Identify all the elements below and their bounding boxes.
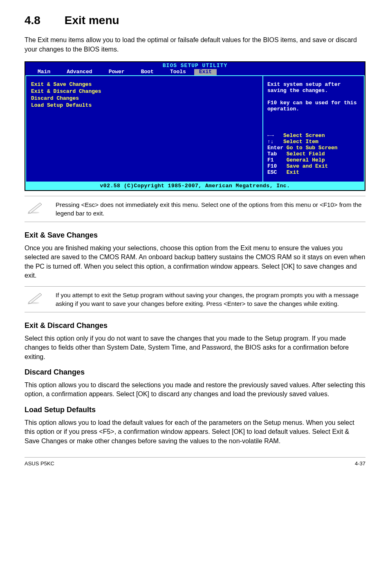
bios-tab-boot: Boot <box>133 69 162 75</box>
bios-footer: v02.58 (C)Copyright 1985-2007, American … <box>25 182 365 190</box>
page-title: 4.8 Exit menu <box>25 12 365 28</box>
legend-key: F1 <box>267 157 287 163</box>
bios-title: BIOS SETUP UTILITY <box>25 62 365 69</box>
bios-tab-main: Main <box>29 69 58 75</box>
subheading-discard-exit: Exit & Discard Changes <box>25 321 365 331</box>
subheading-discard: Discard Changes <box>25 367 365 377</box>
footer-right: 4-37 <box>355 460 365 467</box>
bios-body: Exit & Save Changes Exit & Discard Chang… <box>25 75 365 182</box>
footer-left: ASUS P5KC <box>25 460 54 467</box>
body-discard-exit: Select this option only if you do not wa… <box>25 334 365 361</box>
body-defaults: This option allows you to load the defau… <box>25 418 365 446</box>
legend-key: ↑↓ <box>267 139 283 145</box>
menu-item: Exit & Save Changes <box>31 82 258 88</box>
legend-desc: Select Field <box>287 151 325 157</box>
legend-key: Tab <box>267 151 287 157</box>
menu-item: Load Setup Defaults <box>31 103 258 109</box>
legend-key: Enter <box>267 145 283 151</box>
legend-key: ←→ <box>267 132 283 139</box>
pencil-note-icon <box>26 200 44 214</box>
bios-tab-exit: Exit <box>194 69 217 75</box>
bios-tab-tools: Tools <box>162 69 194 75</box>
legend-desc: Exit <box>287 169 299 175</box>
subheading-save: Exit & Save Changes <box>25 230 365 240</box>
bios-tab-advanced: Advanced <box>58 69 100 75</box>
legend-key: F10 <box>267 163 287 169</box>
section-name: Exit menu <box>65 14 119 27</box>
page-footer: ASUS P5KC 4-37 <box>25 457 365 467</box>
note-block: If you attempt to exit the Setup program… <box>25 286 365 312</box>
body-discard: This option allows you to discard the se… <box>25 381 365 399</box>
legend-desc: Go to Sub Screen <box>287 145 338 151</box>
legend-desc: Select Item <box>283 139 318 145</box>
bios-help-text: Exit system setup after saving the chang… <box>267 82 360 112</box>
legend-desc: Select Screen <box>283 132 325 139</box>
pencil-note-icon <box>26 291 44 305</box>
bios-menu: Exit & Save Changes Exit & Discard Chang… <box>25 76 262 182</box>
menu-item: Discard Changes <box>31 96 258 102</box>
note-text: If you attempt to exit the Setup program… <box>56 291 365 308</box>
bios-legend: ←→ Select Screen ↑↓ Select Item Enter Go… <box>267 133 360 176</box>
subheading-defaults: Load Setup Defaults <box>25 405 365 415</box>
legend-desc: Save and Exit <box>287 163 328 169</box>
bios-help-pane: Exit system setup after saving the chang… <box>262 76 365 182</box>
legend-key: ESC <box>267 169 287 175</box>
bios-tab-power: Power <box>101 69 133 75</box>
intro-text: The Exit menu items allow you to load th… <box>25 36 365 54</box>
menu-item: Exit & Discard Changes <box>31 89 258 95</box>
bios-screenshot: BIOS SETUP UTILITY Main Advanced Power B… <box>25 61 365 191</box>
note-text: Pressing <Esc> does not immediately exit… <box>56 200 365 218</box>
bios-tab-row: Main Advanced Power Boot Tools Exit <box>25 69 365 75</box>
legend-desc: General Help <box>287 157 325 163</box>
section-number: 4.8 <box>25 12 61 28</box>
body-save: Once you are finished making your select… <box>25 244 365 281</box>
note-block: Pressing <Esc> does not immediately exit… <box>25 196 365 222</box>
